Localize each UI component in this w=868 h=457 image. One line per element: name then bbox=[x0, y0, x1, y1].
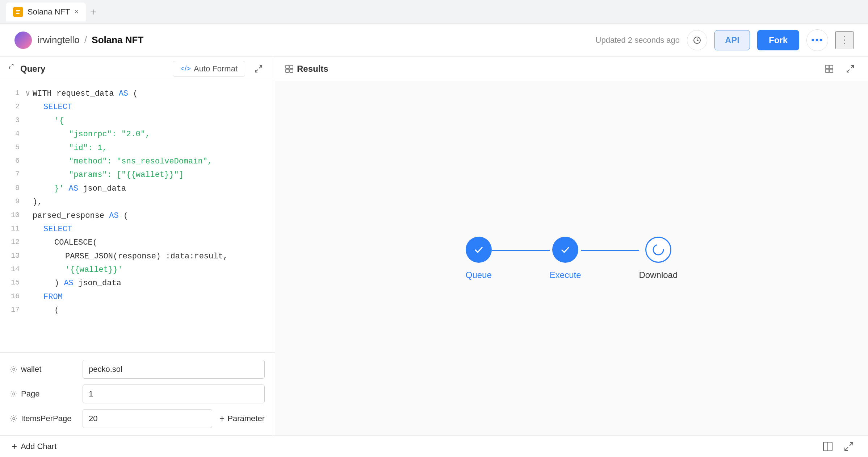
svg-point-9 bbox=[13, 417, 15, 420]
wallet-param-row: wallet bbox=[10, 360, 265, 379]
query-panel: Query </> Auto Format 1 ∨ WIT bbox=[0, 57, 275, 435]
download-label: Download bbox=[639, 270, 678, 280]
code-line-9: 9 ), bbox=[0, 195, 275, 209]
code-editor[interactable]: 1 ∨ WITH request_data AS ( 2 SELECT 3 '{ bbox=[0, 81, 275, 352]
code-line-5: 5 "id": 1, bbox=[0, 141, 275, 155]
svg-rect-17 bbox=[830, 69, 833, 72]
main-layout: Query </> Auto Format 1 ∨ WIT bbox=[0, 57, 868, 435]
execute-label: Execute bbox=[550, 270, 581, 280]
code-line-6: 6 "method": "sns_resolveDomain", bbox=[0, 155, 275, 168]
fork-button[interactable]: Fork bbox=[757, 30, 799, 50]
svg-rect-15 bbox=[830, 65, 833, 68]
wallet-input[interactable] bbox=[83, 360, 265, 379]
tab-title: Solana NFT bbox=[28, 7, 70, 17]
page-param-name: Page bbox=[21, 389, 39, 399]
results-panel: Results bbox=[275, 57, 868, 435]
header-actions: Updated 2 seconds ago API Fork ••• ⋮ bbox=[596, 29, 854, 51]
execute-circle bbox=[552, 237, 578, 263]
svg-rect-14 bbox=[826, 65, 829, 68]
auto-format-button[interactable]: </> Auto Format bbox=[173, 61, 245, 77]
page-param-row: Page bbox=[10, 385, 265, 403]
svg-line-19 bbox=[847, 70, 850, 72]
download-circle bbox=[645, 237, 671, 263]
gear-icon-3 bbox=[10, 415, 17, 422]
code-line-16: 16 FROM bbox=[0, 290, 275, 304]
avatar bbox=[14, 32, 32, 49]
svg-line-6 bbox=[255, 70, 258, 72]
tab-bar: Solana NFT × + bbox=[0, 0, 868, 24]
svg-line-24 bbox=[845, 447, 848, 450]
results-expand-button[interactable] bbox=[843, 61, 858, 76]
svg-line-23 bbox=[850, 443, 853, 446]
results-icon bbox=[285, 65, 293, 73]
split-view-button[interactable] bbox=[820, 439, 835, 454]
svg-line-5 bbox=[259, 66, 262, 68]
query-panel-header: Query </> Auto Format bbox=[0, 57, 275, 81]
code-line-3: 3 '{ bbox=[0, 114, 275, 128]
add-chart-plus-icon: + bbox=[12, 441, 17, 452]
code-line-12: 12 COALESCE( bbox=[0, 236, 275, 249]
connector-1 bbox=[492, 250, 550, 251]
query-expand-button[interactable] bbox=[251, 61, 266, 76]
items-label: ItemsPerPage bbox=[10, 414, 75, 423]
loading-spinner-icon bbox=[652, 243, 665, 256]
items-param-row: ItemsPerPage + Parameter bbox=[10, 409, 265, 428]
api-button[interactable]: API bbox=[714, 30, 750, 50]
connector-2 bbox=[581, 250, 639, 251]
code-line-7: 7 "params": ["{{wallet}}"] bbox=[0, 168, 275, 182]
add-parameter-button[interactable]: + Parameter bbox=[219, 411, 265, 427]
code-line-10: 10 parsed_response AS ( bbox=[0, 209, 275, 223]
step-queue: Queue bbox=[466, 237, 492, 280]
results-title-text: Results bbox=[297, 64, 328, 74]
bottom-expand-button[interactable] bbox=[841, 439, 856, 454]
app-header: irwingtello / Solana NFT Updated 2 secon… bbox=[0, 24, 868, 57]
svg-point-7 bbox=[13, 368, 15, 370]
svg-rect-12 bbox=[286, 69, 289, 72]
items-per-page-input[interactable] bbox=[83, 409, 212, 428]
step-download: Download bbox=[639, 237, 678, 280]
auto-format-label: Auto Format bbox=[194, 64, 238, 74]
breadcrumb-separator: / bbox=[84, 34, 87, 45]
code-line-4: 4 "jsonrpc": "2.0", bbox=[0, 128, 275, 141]
gear-icon bbox=[10, 366, 17, 373]
svg-rect-13 bbox=[290, 69, 293, 72]
code-line-15: 15 ) AS json_data bbox=[0, 277, 275, 290]
tab-close-button[interactable]: × bbox=[74, 8, 79, 16]
active-tab[interactable]: Solana NFT × bbox=[6, 3, 86, 21]
svg-rect-3 bbox=[16, 13, 20, 14]
code-line-11: 11 SELECT bbox=[0, 223, 275, 236]
results-panel-header: Results bbox=[275, 57, 868, 81]
project-name: Solana NFT bbox=[92, 34, 143, 45]
svg-line-18 bbox=[851, 66, 854, 68]
progress-steps: Queue Execute bbox=[466, 237, 678, 280]
query-title-text: Query bbox=[20, 64, 45, 74]
add-chart-button[interactable]: + Add Chart bbox=[12, 441, 56, 452]
queue-circle bbox=[466, 237, 492, 263]
more-dots-icon: ••• bbox=[811, 34, 823, 46]
code-icon: </> bbox=[180, 65, 191, 73]
vertical-dots-icon: ⋮ bbox=[840, 34, 849, 46]
plus-icon: + bbox=[219, 414, 225, 424]
svg-point-20 bbox=[653, 245, 663, 255]
add-chart-label: Add Chart bbox=[21, 442, 56, 451]
updated-timestamp: Updated 2 seconds ago bbox=[596, 36, 680, 45]
svg-rect-2 bbox=[16, 12, 19, 12]
code-line-2: 2 SELECT bbox=[0, 100, 275, 114]
svg-rect-10 bbox=[286, 65, 289, 68]
results-actions bbox=[822, 61, 858, 76]
history-button[interactable] bbox=[687, 30, 707, 50]
code-line-1: 1 ∨ WITH request_data AS ( bbox=[0, 87, 275, 100]
new-tab-button[interactable]: + bbox=[90, 6, 96, 18]
results-grid-button[interactable] bbox=[822, 61, 837, 76]
settings-button[interactable]: ⋮ bbox=[835, 31, 854, 49]
page-input[interactable] bbox=[83, 385, 265, 403]
bottom-bar: + Add Chart bbox=[0, 435, 868, 457]
bottom-actions bbox=[820, 439, 856, 454]
svg-point-8 bbox=[13, 393, 15, 395]
svg-rect-16 bbox=[826, 69, 829, 72]
more-options-button[interactable]: ••• bbox=[806, 29, 828, 51]
query-panel-icon bbox=[9, 64, 17, 74]
page-label: Page bbox=[10, 389, 75, 399]
wallet-param-name: wallet bbox=[21, 365, 41, 374]
results-title: Results bbox=[285, 64, 328, 74]
